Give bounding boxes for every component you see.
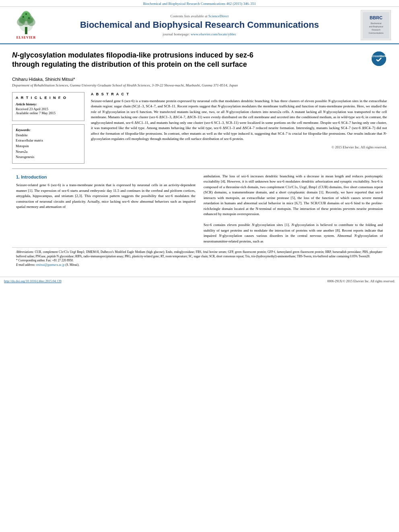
bbrc-logo: BBRC Biochemical and Biophysical Researc… [361, 10, 391, 40]
crossmark-svg: CrossMark [372, 51, 386, 66]
bbrc-logo-right: BBRC Biochemical and Biophysical Researc… [355, 10, 391, 40]
journal-homepage: journal homepage: www.elsevier.com/locat… [44, 32, 355, 36]
corresponding-author: * Corresponding author. Fax: +81 27 220 … [16, 259, 383, 263]
email-link[interactable]: smitsui@gunma-u.ac.jp [36, 263, 64, 267]
intro-right-text: ambulation. The loss of sez-6 increases … [204, 174, 383, 244]
article-history: Article history: Received 23 April 2015 … [16, 102, 81, 115]
abstract-heading: A B S T R A C T [91, 92, 387, 96]
introduction-section: 1. Introduction Seizure-related gene 6 (… [12, 174, 387, 244]
article-two-col: A R T I C L E I N F O Article history: R… [12, 92, 387, 164]
svg-point-19 [372, 51, 386, 66]
footnote-area: Abbreviations: CUB, complement C1r/C1s U… [12, 247, 387, 267]
article-title-section: N-glycosylation modulates filopodia-like… [12, 51, 387, 73]
crossmark-badge[interactable]: CrossMark [371, 51, 387, 67]
available-date: Available online 7 May 2015 [16, 111, 81, 115]
main-content: N-glycosylation modulates filopodia-like… [0, 44, 399, 273]
article-info-box: A R T I C L E I N F O Article history: R… [12, 92, 84, 121]
svg-text:BBRC: BBRC [370, 15, 383, 20]
issn-text: 0006-291X/© 2015 Elsevier Inc. All right… [327, 279, 395, 283]
email-address: E-mail address: smitsui@gunma-u.ac.jp (S… [16, 263, 383, 267]
keywords-section: Keywords: Dendrite Extracellular matrix … [12, 124, 84, 164]
article-info-heading: A R T I C L E I N F O [16, 96, 81, 100]
article-history-label: Article history: [16, 102, 81, 106]
journal-title-center: Contents lists available at ScienceDirec… [44, 14, 355, 36]
footnotes-abbreviations: Abbreviations: CUB, complement C1r/C1s U… [16, 250, 383, 259]
journal-header: ELSEVIER Contents lists available at Sci… [0, 7, 399, 44]
journal-reference-text: Biochemical and Biophysical Research Com… [143, 2, 256, 6]
svg-text:and Biophysical: and Biophysical [369, 25, 383, 28]
svg-point-11 [25, 13, 27, 15]
section-divider [12, 168, 387, 169]
article-affiliation: Department of Rehabilitation Sciences, G… [12, 83, 387, 87]
keyword-1: Dendrite [16, 133, 81, 138]
bbrc-logo-icon: BBRC Biochemical and Biophysical Researc… [362, 11, 390, 39]
svg-text:Communications: Communications [368, 32, 384, 34]
abstract-column: A B S T R A C T Seizure-related gene 6 (… [91, 92, 387, 164]
intro-left-col: 1. Introduction Seizure-related gene 6 (… [16, 174, 195, 244]
elsevier-logo: ELSEVIER [8, 11, 44, 39]
keywords-label: Keywords: [16, 128, 81, 132]
svg-text:CrossMark: CrossMark [372, 55, 386, 58]
keyword-list: Dendrite Extracellular matrix Motopsin N… [16, 133, 81, 160]
journal-name: Biochemical and Biophysical Research Com… [44, 20, 355, 30]
science-direct-link: Contents lists available at ScienceDirec… [44, 14, 355, 18]
intro-right-col: ambulation. The loss of sez-6 increases … [204, 174, 383, 244]
svg-text:Biochemical: Biochemical [370, 22, 381, 25]
intro-left-text: Seizure-related gene 6 (sez-6) is a tran… [16, 183, 195, 210]
article-authors: Chiharu Hidaka, Shinichi Mitsui* [12, 77, 387, 82]
received-date: Received 23 April 2015 [16, 107, 81, 111]
page-wrapper: Biochemical and Biophysical Research Com… [0, 0, 399, 286]
svg-point-9 [23, 16, 24, 18]
copyright-line: © 2015 Elsevier Inc. All rights reserved… [91, 145, 387, 149]
svg-text:Research: Research [372, 29, 380, 31]
keyword-3: Motopsin [16, 144, 81, 149]
bottom-bar: http://dx.doi.org/10.1016/j.bbrc.2015.04… [0, 277, 399, 286]
elsevier-label: ELSEVIER [16, 36, 36, 39]
article-info-column: A R T I C L E I N F O Article history: R… [12, 92, 84, 164]
crossmark-icon: CrossMark [372, 51, 386, 66]
journal-reference-bar: Biochemical and Biophysical Research Com… [0, 0, 399, 7]
keyword-2: Extracellular matrix [16, 138, 81, 144]
elsevier-tree-icon [12, 11, 40, 35]
article-title: N-glycosylation modulates filopodia-like… [12, 51, 371, 70]
intro-heading: 1. Introduction [16, 174, 195, 181]
doi-link[interactable]: http://dx.doi.org/10.1016/j.bbrc.2015.04… [4, 279, 62, 283]
keyword-5: Neurogenesis [16, 154, 81, 160]
journal-homepage-link[interactable]: www.elsevier.com/locate/ybbrc [191, 32, 236, 36]
keyword-4: Neuro2a [16, 149, 81, 155]
abstract-text: Seizure-related gene 6 (sez-6) is a tran… [91, 99, 387, 142]
science-direct-link-text[interactable]: ScienceDirect [208, 14, 228, 18]
svg-point-10 [28, 17, 30, 19]
